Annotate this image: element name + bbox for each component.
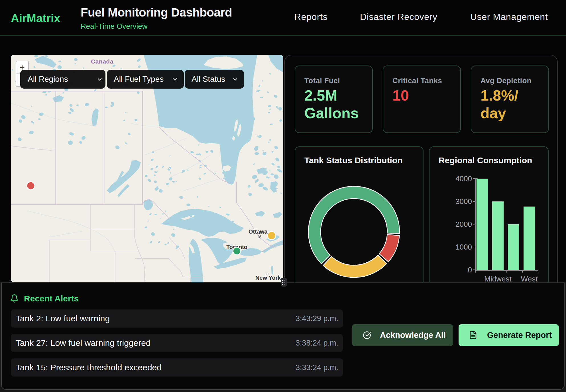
svg-text:1000: 1000 xyxy=(455,243,472,251)
svg-text:New York: New York xyxy=(255,275,281,281)
svg-text:Midwest: Midwest xyxy=(484,275,512,282)
svg-text:West: West xyxy=(521,275,538,282)
svg-text:3000: 3000 xyxy=(455,197,472,206)
svg-text:Ottawa: Ottawa xyxy=(249,228,268,235)
svg-text:Canada: Canada xyxy=(91,58,113,65)
svg-text:0: 0 xyxy=(468,266,472,274)
svg-text:2000: 2000 xyxy=(455,220,472,228)
svg-text:4000: 4000 xyxy=(455,174,472,183)
